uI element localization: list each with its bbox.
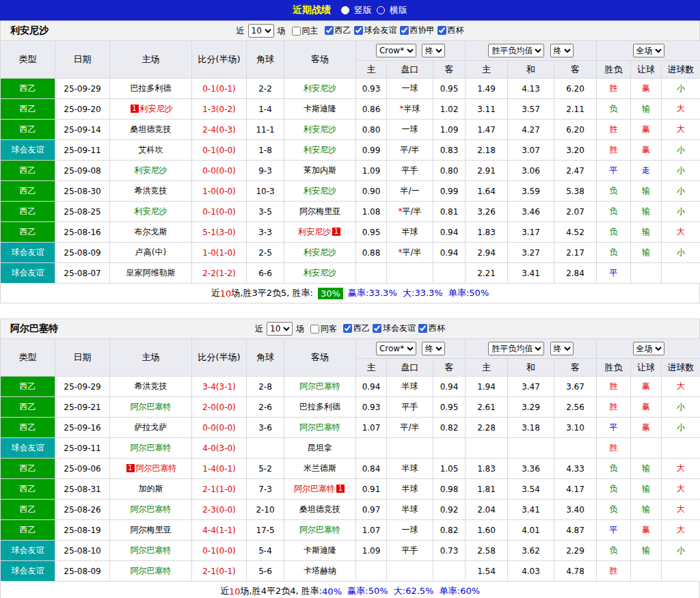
avg-home-cell: 1.49 — [466, 79, 508, 99]
league-filter[interactable]: 西杯 — [418, 323, 445, 334]
corner-cell: 2-5 — [247, 243, 284, 263]
score-cell[interactable]: 5-1(3-0) — [192, 222, 247, 243]
vertical-layout-label[interactable]: 竖版 — [354, 4, 372, 16]
score-cell[interactable]: 2-2(1-2) — [192, 263, 247, 284]
home-team-cell[interactable]: 阿尔梅里亚 — [110, 520, 192, 541]
away-team-cell[interactable]: 米兰德斯 — [284, 459, 356, 479]
score-cell[interactable]: 4-0(3-0) — [192, 438, 247, 459]
odds-home-cell: 0.84 — [356, 459, 387, 479]
fullmatch-select[interactable]: 全场 — [633, 342, 664, 355]
match-count-select[interactable]: 10 — [248, 24, 274, 38]
score-cell[interactable]: 1-4(0-1) — [192, 459, 247, 479]
away-team-cell[interactable]: 昆坦拿 — [284, 438, 356, 459]
score-cell[interactable]: 0-1(0-0) — [192, 202, 247, 222]
home-team-cell[interactable]: 皇家阿维勒斯 — [110, 263, 192, 284]
home-team-cell[interactable]: 萨拉戈萨 — [110, 418, 192, 438]
league-checkbox[interactable] — [325, 26, 334, 35]
league-checkbox[interactable] — [354, 26, 363, 35]
score-cell[interactable]: 3-4(3-1) — [192, 377, 247, 397]
home-team-cell[interactable]: 1阿尔巴塞特 — [110, 459, 192, 479]
score-cell[interactable]: 0-0(0-0) — [192, 418, 247, 438]
home-team-cell[interactable]: 艾科坎 — [110, 140, 192, 161]
result-cell: 胜 — [597, 140, 631, 161]
score-cell[interactable]: 2-1(1-0) — [192, 479, 247, 500]
score-cell[interactable]: 0-0(0-0) — [192, 161, 247, 181]
away-team-cell[interactable]: 阿尔巴塞特1 — [284, 479, 356, 500]
away-team-cell[interactable]: 利安尼沙 — [284, 120, 356, 140]
away-team-cell[interactable]: 卡斯迪隆 — [284, 99, 356, 120]
away-team-cell[interactable]: 利安尼沙 — [284, 140, 356, 161]
odds-source-select[interactable]: Crow* — [376, 342, 416, 355]
away-team-cell[interactable]: 利安尼沙1 — [284, 222, 356, 243]
score-cell[interactable]: 1-3(0-2) — [192, 99, 247, 120]
away-team-cell[interactable]: 巴拉多利德 — [284, 397, 356, 418]
home-team-cell[interactable]: 布尔戈斯 — [110, 222, 192, 243]
league-checkbox[interactable] — [343, 324, 352, 333]
home-team-cell[interactable]: 利安尼沙 — [110, 202, 192, 222]
away-team-cell[interactable]: 利安尼沙 — [284, 263, 356, 284]
odds-source-select[interactable]: Crow* — [376, 44, 416, 57]
home-team-cell[interactable]: 利安尼沙 — [110, 161, 192, 181]
away-team-cell[interactable]: 阿尔梅里亚 — [284, 202, 356, 222]
away-team-cell[interactable]: 阿尔巴塞特 — [284, 418, 356, 438]
league-filter[interactable]: 球会友谊 — [373, 323, 416, 334]
score-cell[interactable]: 0-1(0-1) — [192, 79, 247, 99]
home-team-cell[interactable]: 桑坦德竞技 — [110, 120, 192, 140]
same-side-filter[interactable]: 同主 — [292, 25, 319, 37]
home-team-cell[interactable]: 阿尔巴塞特 — [110, 438, 192, 459]
away-team-cell[interactable]: 卡塔赫纳 — [284, 561, 356, 582]
away-team-cell[interactable]: 卡斯迪隆 — [284, 541, 356, 561]
away-team-cell[interactable]: 莱加内斯 — [284, 161, 356, 181]
home-team-cell[interactable]: 1利安尼沙 — [110, 99, 192, 120]
score-cell[interactable]: 2-3(0-0) — [192, 500, 247, 520]
home-team-cell[interactable]: 阿尔巴塞特 — [110, 561, 192, 582]
league-filter[interactable]: 西协甲 — [400, 25, 435, 36]
match-row: 西乙25-08-25利安尼沙0-1(0-0)3-5阿尔梅里亚1.08*平/半0.… — [1, 202, 700, 222]
fullmatch-select[interactable]: 全场 — [633, 44, 664, 57]
col-type: 类型 — [1, 41, 55, 79]
score-cell[interactable]: 1-0(1-0) — [192, 243, 247, 263]
league-filter[interactable]: 球会友谊 — [354, 25, 397, 36]
same-side-checkbox[interactable] — [310, 325, 319, 334]
score-cell[interactable]: 4-4(1-1) — [192, 520, 247, 541]
score-cell[interactable]: 2-4(0-3) — [192, 120, 247, 140]
league-checkbox[interactable] — [418, 324, 427, 333]
avg-source-select[interactable]: 胜平负均值 — [488, 342, 544, 355]
home-team-cell[interactable]: 卢高(中) — [110, 243, 192, 263]
league-checkbox[interactable] — [438, 26, 446, 35]
score-cell[interactable]: 2-1(0-1) — [192, 561, 247, 582]
home-team-cell[interactable]: 阿尔巴塞特 — [110, 500, 192, 520]
odds-stage-select[interactable]: 终 — [422, 342, 445, 355]
horizontal-layout-label[interactable]: 横版 — [390, 4, 407, 16]
home-team-cell[interactable]: 阿尔巴塞特 — [110, 541, 192, 561]
away-team-cell[interactable]: 利安尼沙 — [284, 181, 356, 202]
vertical-layout-radio[interactable] — [341, 6, 349, 14]
home-team-cell[interactable]: 巴拉多利德 — [110, 79, 192, 99]
same-side-checkbox[interactable] — [292, 27, 301, 36]
home-team-cell[interactable]: 希洪竞技 — [110, 377, 192, 397]
score-cell[interactable]: 2-0(0-0) — [192, 397, 247, 418]
league-filter[interactable]: 西乙 — [343, 323, 370, 334]
away-team-cell[interactable]: 阿尔巴塞特 — [284, 377, 356, 397]
league-checkbox[interactable] — [400, 26, 409, 35]
horizontal-layout-radio[interactable] — [377, 6, 385, 14]
league-filter[interactable]: 西乙 — [325, 25, 351, 36]
league-filter[interactable]: 西杯 — [438, 25, 464, 36]
home-team-cell[interactable]: 阿尔巴塞特 — [110, 397, 192, 418]
away-team-cell[interactable]: 利安尼沙 — [284, 79, 356, 99]
odds-stage-select[interactable]: 终 — [422, 44, 445, 57]
match-count-select[interactable]: 10 — [267, 322, 293, 336]
away-team-cell[interactable]: 桑坦德竞技 — [284, 500, 356, 520]
away-team-cell[interactable]: 利安尼沙 — [284, 243, 356, 263]
score-cell[interactable]: 0-1(0-0) — [192, 140, 247, 161]
avg-stage-select[interactable]: 终 — [550, 342, 574, 355]
score-cell[interactable]: 0-1(0-0) — [192, 541, 247, 561]
avg-source-select[interactable]: 胜平负均值 — [488, 44, 544, 57]
same-side-filter[interactable]: 同客 — [310, 323, 337, 335]
score-cell[interactable]: 1-0(0-0) — [192, 181, 247, 202]
avg-stage-select[interactable]: 终 — [550, 44, 574, 57]
home-team-cell[interactable]: 希洪竞技 — [110, 181, 192, 202]
away-team-cell[interactable]: 阿尔巴塞特 — [284, 520, 356, 541]
league-checkbox[interactable] — [373, 324, 381, 333]
home-team-cell[interactable]: 加的斯 — [110, 479, 192, 500]
